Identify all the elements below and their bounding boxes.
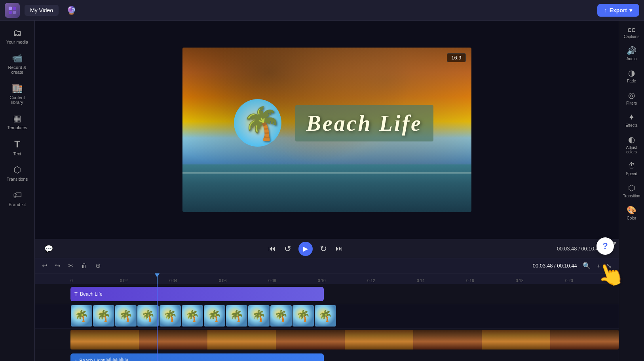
footage-track-content[interactable] bbox=[70, 329, 619, 350]
waveform-bar bbox=[110, 357, 111, 361]
export-button[interactable]: ↑ Export ▾ bbox=[597, 4, 639, 17]
magic-wand-button[interactable]: 🔮 bbox=[63, 4, 80, 17]
center-panel: 🌴 Beach Life 16:9 💬 bbox=[35, 21, 619, 361]
time-display: 00:03.48 / 00:10.44 bbox=[557, 246, 601, 252]
right-item-captions[interactable]: CC Captions bbox=[620, 24, 643, 42]
export-chevron-icon: ▾ bbox=[629, 7, 632, 13]
undo-button[interactable]: ↩ bbox=[40, 260, 49, 271]
ruler-mark-08: 0:08 bbox=[268, 279, 276, 283]
frame-thumb-3: 🌴 bbox=[115, 305, 137, 327]
right-item-filters[interactable]: ◎ Filters bbox=[620, 87, 643, 109]
frame-thumb-6: 🌴 bbox=[182, 305, 203, 327]
right-item-transition[interactable]: ⬡ Transition bbox=[620, 180, 643, 201]
sidebar-item-label: Record &create bbox=[8, 65, 27, 74]
sidebar-item-label: Transitions bbox=[7, 177, 28, 181]
waveform-bar bbox=[113, 358, 114, 361]
text-track-content[interactable]: T Beach Life bbox=[70, 284, 619, 304]
ruler-mark-16: 0:16 bbox=[466, 279, 474, 283]
frames-track-row: 🌴 🌴 🌴 🌴 🌴 🌴 🌴 🌴 🌴 🌴 🌴 🌴 bbox=[35, 304, 619, 329]
audio-clip-label: Beach Light bbox=[80, 358, 104, 361]
sidebar-item-your-media[interactable]: 🗂 Your media bbox=[2, 24, 32, 48]
zoom-in-button[interactable]: + bbox=[595, 261, 602, 271]
video-title-button[interactable]: My Video bbox=[25, 5, 59, 16]
footage-seg-2 bbox=[139, 330, 207, 350]
ruler-mark-06: 0:06 bbox=[219, 279, 226, 283]
beach-life-text: Beach Life bbox=[306, 111, 422, 136]
right-item-speed[interactable]: ⏱ Speed bbox=[620, 158, 643, 179]
help-button[interactable]: ? bbox=[597, 237, 614, 255]
right-item-color[interactable]: 🎨 Color bbox=[620, 202, 643, 223]
skip-forward-button[interactable]: ⏭ bbox=[334, 243, 344, 254]
sidebar-item-transitions[interactable]: ⬡ Transitions bbox=[2, 161, 32, 185]
sidebar-item-text[interactable]: T Text bbox=[2, 135, 32, 160]
cut-button[interactable]: ✂ bbox=[66, 260, 76, 271]
frame-thumb-10: 🌴 bbox=[270, 305, 292, 327]
filters-icon: ◎ bbox=[628, 90, 635, 100]
ctrl-left: 💬 bbox=[43, 243, 55, 255]
transition-icon: ⬡ bbox=[628, 183, 635, 193]
right-item-fade[interactable]: ◑ Fade bbox=[620, 65, 643, 86]
audio-label: Audio bbox=[627, 57, 637, 61]
text-clip-icon: T bbox=[74, 291, 78, 297]
play-pause-button[interactable]: ▶ bbox=[298, 242, 313, 256]
waveform-bar bbox=[125, 358, 125, 361]
svg-rect-2 bbox=[9, 10, 12, 13]
redo-button[interactable]: ↪ bbox=[53, 260, 63, 271]
timeline-playhead bbox=[157, 273, 158, 284]
effects-label: Effects bbox=[625, 123, 637, 128]
footage-seg-5 bbox=[345, 330, 413, 350]
sidebar-item-brand-kit[interactable]: 🏷 Brand kit bbox=[2, 186, 32, 211]
adjust-colors-icon: ◐ bbox=[628, 135, 635, 144]
time-current: 00:03.48 bbox=[557, 246, 577, 252]
ruler-mark-10: 0:10 bbox=[318, 279, 325, 283]
fit-button[interactable]: ⤡ bbox=[604, 260, 614, 271]
zoom-out-button[interactable]: 🔍 bbox=[580, 260, 593, 271]
skip-back-button[interactable]: ⏮ bbox=[267, 243, 277, 254]
waveform-bar bbox=[122, 358, 123, 361]
ruler-marks-container: 0 0:02 0:04 0:06 0:08 0:10 0:12 0:14 0:1… bbox=[35, 273, 619, 284]
frames-track-content[interactable]: 🌴 🌴 🌴 🌴 🌴 🌴 🌴 🌴 🌴 🌴 🌴 🌴 bbox=[70, 304, 619, 329]
text-track-clip-beach-life[interactable]: T Beach Life bbox=[70, 287, 324, 301]
playhead-triangle bbox=[155, 273, 160, 277]
fast-forward-button[interactable]: ↻ bbox=[318, 242, 329, 256]
right-item-adjust-colors[interactable]: ◐ Adjustcolors bbox=[620, 132, 643, 157]
shore-line bbox=[182, 172, 471, 174]
export-label: Export bbox=[610, 7, 627, 13]
export-arrow-icon: ↑ bbox=[604, 7, 607, 13]
footage-seg-4 bbox=[276, 330, 344, 350]
timeline-tracks: T Beach Life 🌴 🌴 🌴 🌴 bbox=[35, 284, 619, 361]
sidebar-item-record-create[interactable]: 📹 Record &create bbox=[2, 49, 32, 78]
add-media-button[interactable]: ⊕ bbox=[93, 260, 103, 271]
right-item-effects[interactable]: ✦ Effects bbox=[620, 109, 643, 131]
sidebar-item-templates[interactable]: ▦ Templates bbox=[2, 109, 32, 134]
footage-track-row bbox=[35, 329, 619, 350]
sidebar-item-content-library[interactable]: 🏬 Contentlibrary bbox=[2, 79, 32, 109]
color-icon: 🎨 bbox=[627, 205, 636, 215]
effects-icon: ✦ bbox=[628, 113, 635, 122]
templates-icon: ▦ bbox=[13, 113, 21, 124]
waveform-bar bbox=[106, 358, 106, 361]
audio-track-content[interactable]: ♪ Beach Light bbox=[70, 350, 619, 361]
waveform-bar bbox=[121, 357, 122, 361]
footage-track-clip[interactable] bbox=[70, 330, 619, 350]
sidebar-item-label: Contentlibrary bbox=[9, 95, 25, 105]
preview-area: 🌴 Beach Life 16:9 bbox=[35, 21, 619, 239]
left-sidebar: 🗂 Your media 📹 Record &create 🏬 Contentl… bbox=[0, 21, 35, 361]
audio-track-clip-beach-light[interactable]: ♪ Beach Light bbox=[70, 353, 324, 361]
waveform-bar bbox=[127, 359, 128, 361]
rewind-button[interactable]: ↺ bbox=[283, 242, 293, 256]
right-item-audio[interactable]: 🔊 Audio bbox=[620, 43, 643, 64]
video-canvas: 🌴 Beach Life 16:9 bbox=[182, 48, 471, 212]
frame-thumb-2: 🌴 bbox=[93, 305, 114, 327]
delete-button[interactable]: 🗑 bbox=[79, 261, 90, 271]
sidebar-item-label: Your media bbox=[6, 40, 28, 44]
subtitle-toggle-button[interactable]: 💬 bbox=[43, 243, 55, 255]
content-library-icon: 🏬 bbox=[12, 83, 23, 94]
footage-seg-6 bbox=[413, 330, 482, 350]
waveform-bar bbox=[116, 358, 117, 361]
footage-seg-3 bbox=[207, 330, 276, 350]
waveform-bar bbox=[112, 359, 112, 361]
text-clip-label: Beach Life bbox=[80, 291, 103, 297]
aspect-ratio-badge: 16:9 bbox=[447, 53, 465, 62]
adjust-colors-label: Adjustcolors bbox=[626, 145, 637, 154]
